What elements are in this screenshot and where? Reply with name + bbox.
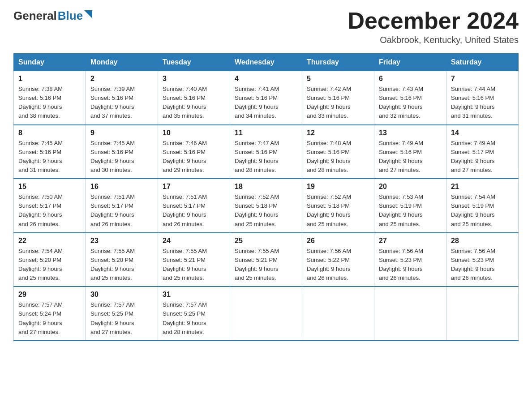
- calendar-day-cell: [230, 287, 302, 341]
- day-info: Sunrise: 7:40 AM Sunset: 5:16 PM Dayligh…: [163, 85, 225, 121]
- day-info: Sunrise: 7:46 AM Sunset: 5:16 PM Dayligh…: [163, 139, 225, 175]
- day-number: 2: [90, 75, 153, 83]
- calendar-day-cell: 20 Sunrise: 7:53 AM Sunset: 5:19 PM Dayl…: [374, 179, 446, 233]
- day-number: 22: [18, 237, 81, 245]
- calendar-day-cell: 28 Sunrise: 7:56 AM Sunset: 5:23 PM Dayl…: [446, 233, 519, 287]
- day-info: Sunrise: 7:42 AM Sunset: 5:16 PM Dayligh…: [307, 85, 369, 121]
- day-number: 5: [307, 75, 369, 83]
- day-info: Sunrise: 7:39 AM Sunset: 5:16 PM Dayligh…: [90, 85, 153, 121]
- day-number: 30: [90, 291, 153, 299]
- calendar-day-cell: 26 Sunrise: 7:56 AM Sunset: 5:22 PM Dayl…: [302, 233, 374, 287]
- day-number: 4: [235, 75, 297, 83]
- day-number: 6: [379, 75, 442, 83]
- day-info: Sunrise: 7:41 AM Sunset: 5:16 PM Dayligh…: [235, 85, 297, 121]
- calendar-day-cell: 18 Sunrise: 7:52 AM Sunset: 5:18 PM Dayl…: [230, 179, 302, 233]
- calendar-week-row: 22 Sunrise: 7:54 AM Sunset: 5:20 PM Dayl…: [14, 233, 519, 287]
- location-label: Oakbrook, Kentucky, United States: [348, 35, 519, 45]
- calendar-day-cell: [302, 287, 374, 341]
- calendar-day-cell: 13 Sunrise: 7:49 AM Sunset: 5:16 PM Dayl…: [374, 125, 446, 179]
- calendar-day-cell: 8 Sunrise: 7:45 AM Sunset: 5:16 PM Dayli…: [14, 125, 86, 179]
- page-header: General Blue December 2024 Oakbrook, Ken…: [13, 9, 519, 45]
- calendar-day-cell: 25 Sunrise: 7:55 AM Sunset: 5:21 PM Dayl…: [230, 233, 302, 287]
- day-number: 25: [235, 237, 297, 245]
- day-number: 12: [307, 129, 369, 137]
- logo-general-text: General: [13, 9, 57, 23]
- day-info: Sunrise: 7:53 AM Sunset: 5:19 PM Dayligh…: [379, 193, 442, 229]
- logo-blue-text: Blue: [58, 9, 83, 23]
- day-number: 8: [18, 129, 81, 137]
- day-number: 1: [18, 75, 81, 83]
- calendar-day-cell: 9 Sunrise: 7:45 AM Sunset: 5:16 PM Dayli…: [86, 125, 158, 179]
- day-info: Sunrise: 7:52 AM Sunset: 5:18 PM Dayligh…: [307, 193, 369, 229]
- day-info: Sunrise: 7:55 AM Sunset: 5:21 PM Dayligh…: [235, 247, 297, 283]
- day-number: 26: [307, 237, 369, 245]
- calendar-week-row: 29 Sunrise: 7:57 AM Sunset: 5:24 PM Dayl…: [14, 287, 519, 341]
- day-number: 21: [451, 183, 514, 191]
- calendar-day-cell: 22 Sunrise: 7:54 AM Sunset: 5:20 PM Dayl…: [14, 233, 86, 287]
- calendar-day-cell: 14 Sunrise: 7:49 AM Sunset: 5:17 PM Dayl…: [446, 125, 519, 179]
- day-number: 23: [90, 237, 153, 245]
- calendar-table: SundayMondayTuesdayWednesdayThursdayFrid…: [13, 53, 519, 341]
- day-number: 20: [379, 183, 442, 191]
- calendar-day-cell: 5 Sunrise: 7:42 AM Sunset: 5:16 PM Dayli…: [302, 71, 374, 125]
- day-of-week-header: Monday: [86, 54, 158, 71]
- logo: General Blue: [13, 9, 92, 23]
- calendar-day-cell: 10 Sunrise: 7:46 AM Sunset: 5:16 PM Dayl…: [158, 125, 230, 179]
- day-info: Sunrise: 7:43 AM Sunset: 5:16 PM Dayligh…: [379, 85, 442, 121]
- day-info: Sunrise: 7:51 AM Sunset: 5:17 PM Dayligh…: [90, 193, 153, 229]
- day-number: 17: [163, 183, 225, 191]
- calendar-day-cell: 3 Sunrise: 7:40 AM Sunset: 5:16 PM Dayli…: [158, 71, 230, 125]
- calendar-day-cell: 31 Sunrise: 7:57 AM Sunset: 5:25 PM Dayl…: [158, 287, 230, 341]
- day-info: Sunrise: 7:51 AM Sunset: 5:17 PM Dayligh…: [163, 193, 225, 229]
- day-info: Sunrise: 7:57 AM Sunset: 5:25 PM Dayligh…: [163, 300, 225, 337]
- day-number: 24: [163, 237, 225, 245]
- calendar-day-cell: 2 Sunrise: 7:39 AM Sunset: 5:16 PM Dayli…: [86, 71, 158, 125]
- day-info: Sunrise: 7:44 AM Sunset: 5:16 PM Dayligh…: [451, 85, 514, 121]
- calendar-day-cell: [446, 287, 519, 341]
- day-info: Sunrise: 7:38 AM Sunset: 5:16 PM Dayligh…: [18, 85, 81, 121]
- calendar-day-cell: 4 Sunrise: 7:41 AM Sunset: 5:16 PM Dayli…: [230, 71, 302, 125]
- day-info: Sunrise: 7:49 AM Sunset: 5:17 PM Dayligh…: [451, 139, 514, 175]
- day-number: 16: [90, 183, 153, 191]
- day-number: 29: [18, 291, 81, 299]
- day-info: Sunrise: 7:56 AM Sunset: 5:23 PM Dayligh…: [451, 247, 514, 283]
- calendar-day-cell: 29 Sunrise: 7:57 AM Sunset: 5:24 PM Dayl…: [14, 287, 86, 341]
- day-number: 19: [307, 183, 369, 191]
- calendar-week-row: 8 Sunrise: 7:45 AM Sunset: 5:16 PM Dayli…: [14, 125, 519, 179]
- logo-arrow-icon: [84, 10, 92, 20]
- calendar-day-cell: 21 Sunrise: 7:54 AM Sunset: 5:19 PM Dayl…: [446, 179, 519, 233]
- day-number: 28: [451, 237, 514, 245]
- svg-marker-0: [84, 10, 92, 18]
- calendar-day-cell: 24 Sunrise: 7:55 AM Sunset: 5:21 PM Dayl…: [158, 233, 230, 287]
- calendar-week-row: 15 Sunrise: 7:50 AM Sunset: 5:17 PM Dayl…: [14, 179, 519, 233]
- calendar-day-cell: 6 Sunrise: 7:43 AM Sunset: 5:16 PM Dayli…: [374, 71, 446, 125]
- day-number: 18: [235, 183, 297, 191]
- calendar-day-cell: 7 Sunrise: 7:44 AM Sunset: 5:16 PM Dayli…: [446, 71, 519, 125]
- day-number: 7: [451, 75, 514, 83]
- day-info: Sunrise: 7:57 AM Sunset: 5:24 PM Dayligh…: [18, 300, 81, 337]
- day-info: Sunrise: 7:54 AM Sunset: 5:19 PM Dayligh…: [451, 193, 514, 229]
- calendar-day-cell: [374, 287, 446, 341]
- day-number: 13: [379, 129, 442, 137]
- calendar-day-cell: 16 Sunrise: 7:51 AM Sunset: 5:17 PM Dayl…: [86, 179, 158, 233]
- day-info: Sunrise: 7:55 AM Sunset: 5:20 PM Dayligh…: [90, 247, 153, 283]
- day-of-week-header: Wednesday: [230, 54, 302, 71]
- calendar-day-cell: 19 Sunrise: 7:52 AM Sunset: 5:18 PM Dayl…: [302, 179, 374, 233]
- day-number: 9: [90, 129, 153, 137]
- calendar-day-cell: 12 Sunrise: 7:48 AM Sunset: 5:16 PM Dayl…: [302, 125, 374, 179]
- day-of-week-header: Thursday: [302, 54, 374, 71]
- day-info: Sunrise: 7:55 AM Sunset: 5:21 PM Dayligh…: [163, 247, 225, 283]
- calendar-day-cell: 1 Sunrise: 7:38 AM Sunset: 5:16 PM Dayli…: [14, 71, 86, 125]
- day-of-week-header: Tuesday: [158, 54, 230, 71]
- calendar-day-cell: 27 Sunrise: 7:56 AM Sunset: 5:23 PM Dayl…: [374, 233, 446, 287]
- day-number: 11: [235, 129, 297, 137]
- day-info: Sunrise: 7:56 AM Sunset: 5:22 PM Dayligh…: [307, 247, 369, 283]
- calendar-day-cell: 23 Sunrise: 7:55 AM Sunset: 5:20 PM Dayl…: [86, 233, 158, 287]
- day-info: Sunrise: 7:47 AM Sunset: 5:16 PM Dayligh…: [235, 139, 297, 175]
- day-of-week-header: Friday: [374, 54, 446, 71]
- day-number: 10: [163, 129, 225, 137]
- day-number: 3: [163, 75, 225, 83]
- calendar-day-cell: 30 Sunrise: 7:57 AM Sunset: 5:25 PM Dayl…: [86, 287, 158, 341]
- day-info: Sunrise: 7:48 AM Sunset: 5:16 PM Dayligh…: [307, 139, 369, 175]
- day-info: Sunrise: 7:52 AM Sunset: 5:18 PM Dayligh…: [235, 193, 297, 229]
